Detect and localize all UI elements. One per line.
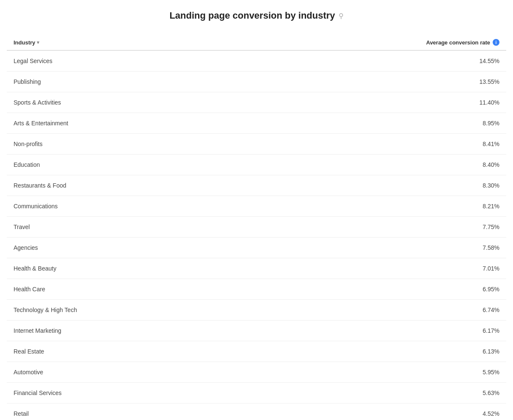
table-row[interactable]: Retail4.52% [7, 403, 506, 420]
table-row[interactable]: Travel7.75% [7, 217, 506, 238]
table-body: Legal Services14.55%Publishing13.55%Spor… [7, 51, 506, 420]
row-industry-label: Automotive [14, 369, 43, 376]
row-rate-value: 7.01% [483, 265, 499, 272]
row-rate-value: 8.30% [483, 182, 499, 189]
table-row[interactable]: Non-profits8.41% [7, 134, 506, 155]
row-industry-label: Internet Marketing [14, 327, 61, 334]
table-row[interactable]: Publishing13.55% [7, 72, 506, 92]
row-industry-label: Health Care [14, 286, 45, 293]
table-row[interactable]: Automotive5.95% [7, 362, 506, 383]
table-row[interactable]: Real Estate6.13% [7, 341, 506, 362]
row-industry-label: Publishing [14, 78, 41, 85]
table-row[interactable]: Health & Beauty7.01% [7, 258, 506, 279]
row-industry-label: Agencies [14, 244, 38, 251]
row-industry-label: Travel [14, 224, 30, 230]
table-row[interactable]: Legal Services14.55% [7, 51, 506, 72]
row-industry-label: Health & Beauty [14, 265, 56, 272]
row-rate-value: 5.95% [483, 369, 499, 376]
row-industry-label: Technology & High Tech [14, 307, 77, 313]
table-header: Industry ▾ Average conversion rate i [7, 35, 506, 51]
row-rate-value: 8.41% [483, 141, 499, 147]
row-rate-value: 7.75% [483, 224, 499, 230]
row-industry-label: Legal Services [14, 58, 52, 64]
industry-col-label: Industry [14, 39, 35, 46]
row-rate-value: 5.63% [483, 390, 499, 396]
row-industry-label: Communications [14, 203, 58, 210]
table-row[interactable]: Financial Services5.63% [7, 383, 506, 403]
row-industry-label: Restaurants & Food [14, 182, 66, 189]
row-rate-value: 8.40% [483, 161, 499, 168]
row-rate-value: 6.95% [483, 286, 499, 293]
sort-icon[interactable]: ▾ [37, 40, 39, 45]
row-rate-value: 6.74% [483, 307, 499, 313]
table-row[interactable]: Education8.40% [7, 155, 506, 175]
row-rate-value: 11.40% [480, 99, 499, 106]
col-industry-header[interactable]: Industry ▾ [14, 39, 39, 46]
col-avg-rate-header: Average conversion rate i [426, 39, 499, 46]
row-rate-value: 8.95% [483, 120, 499, 127]
row-rate-value: 7.58% [483, 244, 499, 251]
row-industry-label: Education [14, 161, 40, 168]
table-row[interactable]: Health Care6.95% [7, 279, 506, 300]
info-icon[interactable]: i [493, 39, 499, 46]
row-rate-value: 6.17% [483, 327, 499, 334]
page-title-row: Landing page conversion by industry ⚲ [7, 10, 506, 21]
page-title: Landing page conversion by industry [169, 10, 335, 21]
row-industry-label: Sports & Activities [14, 99, 61, 106]
row-rate-value: 13.55% [480, 78, 499, 85]
link-icon[interactable]: ⚲ [339, 12, 344, 20]
row-industry-label: Financial Services [14, 390, 62, 396]
table-row[interactable]: Agencies7.58% [7, 238, 506, 258]
table-row[interactable]: Sports & Activities11.40% [7, 92, 506, 113]
data-table: Industry ▾ Average conversion rate i Leg… [7, 35, 506, 420]
row-rate-value: 14.55% [480, 58, 499, 64]
row-rate-value: 4.52% [483, 410, 499, 417]
row-industry-label: Non-profits [14, 141, 42, 147]
row-rate-value: 6.13% [483, 348, 499, 355]
avg-rate-col-label: Average conversion rate [426, 39, 490, 46]
table-row[interactable]: Communications8.21% [7, 196, 506, 217]
table-row[interactable]: Restaurants & Food8.30% [7, 175, 506, 196]
table-row[interactable]: Arts & Entertainment8.95% [7, 113, 506, 134]
page-container: Landing page conversion by industry ⚲ In… [0, 0, 513, 420]
row-industry-label: Real Estate [14, 348, 44, 355]
table-row[interactable]: Technology & High Tech6.74% [7, 300, 506, 321]
row-industry-label: Arts & Entertainment [14, 120, 68, 127]
row-industry-label: Retail [14, 410, 29, 417]
row-rate-value: 8.21% [483, 203, 499, 210]
table-row[interactable]: Internet Marketing6.17% [7, 321, 506, 341]
